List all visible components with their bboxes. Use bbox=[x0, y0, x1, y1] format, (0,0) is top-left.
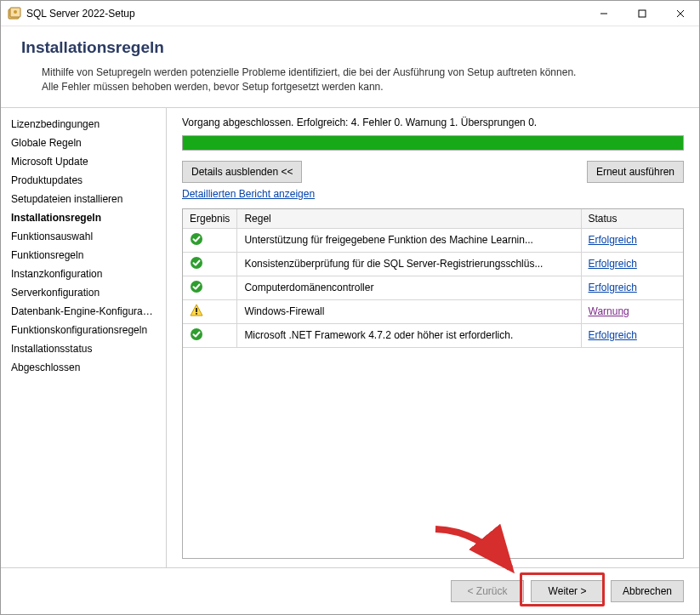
table-row: ComputerdomänencontrollerErfolgreich bbox=[183, 276, 683, 299]
table-row: Windows-FirewallWarnung bbox=[183, 299, 683, 323]
table-row: Microsoft .NET Framework 4.7.2 oder höhe… bbox=[183, 323, 683, 347]
detailed-report-link[interactable]: Detaillierten Bericht anzeigen bbox=[182, 188, 315, 200]
sidebar-step[interactable]: Funktionsauswahl bbox=[6, 227, 161, 246]
col-result[interactable]: Ergebnis bbox=[183, 209, 237, 229]
rule-name: Microsoft .NET Framework 4.7.2 oder höhe… bbox=[237, 323, 581, 347]
rule-status-link[interactable]: Erfolgreich bbox=[581, 252, 683, 276]
sidebar-step[interactable]: Microsoft Update bbox=[6, 152, 161, 171]
sidebar-step[interactable]: Setupdateien installieren bbox=[6, 190, 161, 208]
details-toggle-button[interactable]: Details ausblenden << bbox=[182, 161, 302, 183]
minimize-button[interactable] bbox=[584, 1, 623, 26]
main-panel: Vorgang abgeschlossen. Erfolgreich: 4. F… bbox=[167, 108, 699, 567]
col-rule[interactable]: Regel bbox=[237, 209, 581, 229]
rule-name: Konsistenzüberprüfung für die SQL Server… bbox=[237, 252, 581, 276]
result-ok-icon bbox=[183, 228, 237, 252]
result-warn-icon bbox=[183, 299, 237, 323]
sidebar-step[interactable]: Funktionsregeln bbox=[6, 246, 161, 265]
titlebar: SQL Server 2022-Setup bbox=[1, 1, 699, 26]
result-ok-icon bbox=[183, 323, 237, 347]
sidebar-step[interactable]: Produktupdates bbox=[6, 171, 161, 190]
setup-window: SQL Server 2022-Setup Installationsregel… bbox=[0, 0, 700, 615]
sidebar-step[interactable]: Datenbank-Engine-Konfigurati... bbox=[6, 302, 161, 321]
page-description: Mithilfe von Setupregeln werden potenzie… bbox=[21, 65, 679, 95]
result-ok-icon bbox=[183, 252, 237, 276]
svg-rect-10 bbox=[196, 308, 197, 312]
svg-rect-11 bbox=[196, 313, 197, 315]
back-button[interactable]: < Zurück bbox=[451, 580, 524, 602]
svg-point-2 bbox=[14, 10, 17, 14]
rule-status-link[interactable]: Warnung bbox=[581, 299, 683, 323]
sidebar-step[interactable]: Abgeschlossen bbox=[6, 358, 161, 377]
svg-rect-4 bbox=[639, 10, 646, 17]
close-button[interactable] bbox=[661, 1, 699, 26]
cancel-button[interactable]: Abbrechen bbox=[611, 580, 684, 602]
rule-name: Computerdomänencontroller bbox=[237, 276, 581, 299]
sidebar-step[interactable]: Instanzkonfiguration bbox=[6, 265, 161, 283]
progress-fill bbox=[183, 136, 683, 150]
window-title: SQL Server 2022-Setup bbox=[26, 8, 584, 20]
toolbar: Details ausblenden << Erneut ausführen bbox=[182, 161, 684, 183]
rule-status-link[interactable]: Erfolgreich bbox=[581, 323, 683, 347]
col-status[interactable]: Status bbox=[581, 209, 683, 229]
page-header: Installationsregeln Mithilfe von Setupre… bbox=[1, 26, 699, 108]
sidebar-step[interactable]: Lizenzbedingungen bbox=[6, 115, 161, 134]
next-button[interactable]: Weiter > bbox=[531, 580, 604, 602]
rule-status-link[interactable]: Erfolgreich bbox=[581, 228, 683, 252]
table-row: Unterstützung für freigegebene Funktion … bbox=[183, 228, 683, 252]
table-row: Konsistenzüberprüfung für die SQL Server… bbox=[183, 252, 683, 276]
sidebar-step[interactable]: Installationsstatus bbox=[6, 339, 161, 358]
progress-bar bbox=[182, 135, 684, 151]
body: LizenzbedingungenGlobale RegelnMicrosoft… bbox=[1, 108, 699, 567]
sidebar-step[interactable]: Serverkonfiguration bbox=[6, 283, 161, 302]
page-title: Installationsregeln bbox=[21, 38, 679, 57]
rule-name: Unterstützung für freigegebene Funktion … bbox=[237, 228, 581, 252]
sidebar-step[interactable]: Installationsregeln bbox=[6, 208, 161, 227]
rule-status-link[interactable]: Erfolgreich bbox=[581, 276, 683, 299]
rule-name: Windows-Firewall bbox=[237, 299, 581, 323]
window-buttons bbox=[584, 1, 699, 26]
result-ok-icon bbox=[183, 276, 237, 299]
sidebar-step[interactable]: Globale Regeln bbox=[6, 134, 161, 152]
sidebar-steps: LizenzbedingungenGlobale RegelnMicrosoft… bbox=[1, 108, 167, 567]
sidebar-step[interactable]: Funktionskonfigurationsregeln bbox=[6, 321, 161, 339]
rules-grid: Ergebnis Regel Status Unterstützung für … bbox=[182, 208, 684, 559]
footer-buttons: < Zurück Weiter > Abbrechen bbox=[1, 567, 699, 614]
maximize-button[interactable] bbox=[623, 1, 661, 26]
status-text: Vorgang abgeschlossen. Erfolgreich: 4. F… bbox=[182, 117, 684, 128]
app-icon bbox=[8, 7, 21, 20]
rerun-button[interactable]: Erneut ausführen bbox=[587, 161, 684, 183]
